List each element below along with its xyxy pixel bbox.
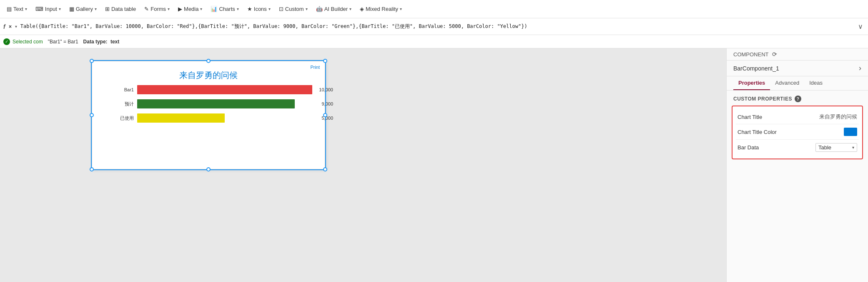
toolbar-datatable-label: Data table: [111, 6, 136, 12]
toolbar-gallery-label: Gallery: [76, 6, 93, 12]
status-bar: ✓ Selected com "Bar1" = Bar1 Data type: …: [0, 35, 868, 48]
bar-fill-1: [137, 99, 295, 108]
input-chevron-icon: ▾: [59, 7, 61, 11]
bar-row-2: 已使用 5,000: [115, 113, 312, 123]
gallery-icon: ▦: [69, 6, 74, 12]
toolbar-icons-label: Icons: [254, 6, 267, 12]
toolbar-gallery[interactable]: ▦ Gallery ▾: [66, 4, 100, 14]
tab-advanced[interactable]: Advanced: [770, 76, 804, 90]
prop-value-chart-title[interactable]: 来自罗勇的问候: [819, 113, 857, 121]
panel-header: BarComponent_1 ›: [727, 60, 868, 76]
forms-chevron-icon: ▾: [168, 7, 170, 11]
toolbar-mixedreality[interactable]: ◈ Mixed Reality ▾: [356, 4, 405, 14]
tab-ideas[interactable]: Ideas: [804, 76, 828, 90]
panel-expand-button[interactable]: ›: [859, 64, 861, 73]
bar-row-0: Bar1 10,000: [115, 85, 312, 94]
charts-chevron-icon: ▾: [237, 7, 239, 11]
toolbar-aibuilder-label: AI Builder: [324, 6, 348, 12]
custom-chevron-icon: ▾: [306, 7, 308, 11]
toolbar-forms-label: Forms: [151, 6, 166, 12]
prop-row-bar-data: Bar Data Table ▾: [736, 140, 859, 155]
toolbar-forms[interactable]: ✎ Forms ▾: [141, 4, 173, 14]
canvas-area[interactable]: Print 来自罗勇的问候 Bar1 10,000 预计 9,000: [0, 48, 726, 282]
bar-data-dropdown[interactable]: Table ▾: [815, 143, 857, 152]
aibuilder-icon: 🤖: [316, 6, 323, 12]
bar-value-0: 10,000: [319, 87, 333, 92]
toolbar-input[interactable]: ⌨ Input ▾: [32, 4, 64, 14]
bar-track-2: 5,000: [137, 113, 312, 123]
aibuilder-chevron-icon: ▾: [349, 7, 351, 11]
charts-icon: 📊: [211, 6, 217, 12]
component-type-label: COMPONENT: [733, 51, 769, 58]
gallery-chevron-icon: ▾: [95, 7, 97, 11]
custom-icon: ⊡: [279, 6, 283, 12]
function-cross-icon: ×: [9, 24, 12, 30]
toolbar-input-label: Input: [45, 6, 57, 12]
formula-expand-button[interactable]: ∨: [856, 23, 865, 30]
text-chevron-icon: ▾: [25, 7, 27, 11]
bar-track-0: 10,000: [137, 85, 312, 94]
toolbar-charts[interactable]: 📊 Charts ▾: [207, 4, 242, 14]
right-panel: COMPONENT ⟳ BarComponent_1 › Properties …: [726, 48, 868, 282]
formula-reference: "Bar1" = Bar1: [48, 39, 78, 45]
prop-value-chart-title-color[interactable]: [844, 128, 857, 136]
bar-label-0: Bar1: [115, 87, 134, 92]
print-button[interactable]: Print: [310, 65, 320, 70]
prop-label-chart-title-color: Chart Title Color: [738, 129, 844, 135]
help-icon[interactable]: ?: [795, 96, 801, 102]
datatype-value: text: [110, 39, 119, 45]
custom-properties-section: CUSTOM PROPERTIES ?: [727, 91, 868, 106]
tab-properties[interactable]: Properties: [733, 76, 770, 90]
text-icon: ▤: [7, 6, 12, 12]
bar-track-1: 9,000: [137, 99, 312, 108]
input-icon: ⌨: [35, 6, 43, 12]
component-name-label: BarComponent_1: [733, 65, 779, 72]
bar-label-2: 已使用: [115, 115, 134, 121]
bar-fill-0: [137, 85, 312, 94]
refresh-icon[interactable]: ⟳: [772, 51, 777, 58]
custom-properties-box: Chart Title 来自罗勇的问候 Chart Title Color Ba…: [732, 106, 863, 159]
toolbar-icons[interactable]: ★ Icons ▾: [244, 4, 274, 14]
chart-component[interactable]: Print 来自罗勇的问候 Bar1 10,000 预计 9,000: [92, 61, 325, 169]
icons-icon: ★: [247, 6, 252, 12]
media-icon: ▶: [178, 6, 182, 12]
bar-value-2: 5,000: [321, 116, 333, 121]
datatype-label: Data type: text: [83, 39, 120, 45]
toolbar-custom-label: Custom: [285, 6, 304, 12]
formula-chevron-icon: ▾: [15, 24, 17, 29]
media-chevron-icon: ▾: [200, 7, 202, 11]
forms-icon: ✎: [144, 6, 149, 12]
bar-value-1: 9,000: [321, 101, 333, 106]
bar-fill-2: [137, 113, 225, 123]
mixedreality-icon: ◈: [360, 6, 364, 12]
prop-row-chart-title-color: Chart Title Color: [736, 124, 859, 140]
toolbar-text-label: Text: [13, 6, 23, 12]
toolbar-media-label: Media: [184, 6, 198, 12]
toolbar-custom[interactable]: ⊡ Custom ▾: [276, 4, 311, 14]
toolbar-mixedreality-label: Mixed Reality: [366, 6, 398, 12]
toolbar-text[interactable]: ▤ Text ▾: [3, 4, 30, 14]
bar-row-1: 预计 9,000: [115, 99, 312, 108]
formula-input[interactable]: Table({BarTitle: "Bar1", BarValue: 10000…: [20, 23, 853, 30]
bar-label-1: 预计: [115, 101, 134, 107]
toolbar-charts-label: Charts: [219, 6, 235, 12]
bar-data-dropdown-value: Table: [818, 144, 831, 151]
toolbar-media[interactable]: ▶ Media ▾: [175, 4, 206, 14]
panel-tabs: Properties Advanced Ideas: [727, 76, 868, 91]
prop-label-bar-data: Bar Data: [738, 144, 815, 151]
toolbar-aibuilder[interactable]: 🤖 AI Builder ▾: [313, 4, 355, 14]
mixedreality-chevron-icon: ▾: [400, 7, 402, 11]
icons-chevron-icon: ▾: [268, 7, 271, 11]
bar-chart: Bar1 10,000 预计 9,000 已使用: [92, 85, 325, 123]
component-label-row: COMPONENT ⟳: [727, 48, 868, 60]
chart-title: 来自罗勇的问候: [92, 70, 325, 81]
selected-text: Selected com: [13, 39, 43, 45]
formula-bar: f × ▾ Table({BarTitle: "Bar1", BarValue:…: [0, 18, 868, 35]
function-icon: f: [3, 23, 5, 30]
toolbar-datatable[interactable]: ⊞ Data table: [102, 4, 139, 14]
prop-row-chart-title: Chart Title 来自罗勇的问候: [736, 110, 859, 124]
dropdown-chevron-icon: ▾: [852, 145, 854, 150]
toolbar: ▤ Text ▾ ⌨ Input ▾ ▦ Gallery ▾ ⊞ Data ta…: [0, 0, 868, 18]
main-area: Print 来自罗勇的问候 Bar1 10,000 预计 9,000: [0, 48, 868, 282]
prop-label-chart-title: Chart Title: [738, 114, 819, 120]
